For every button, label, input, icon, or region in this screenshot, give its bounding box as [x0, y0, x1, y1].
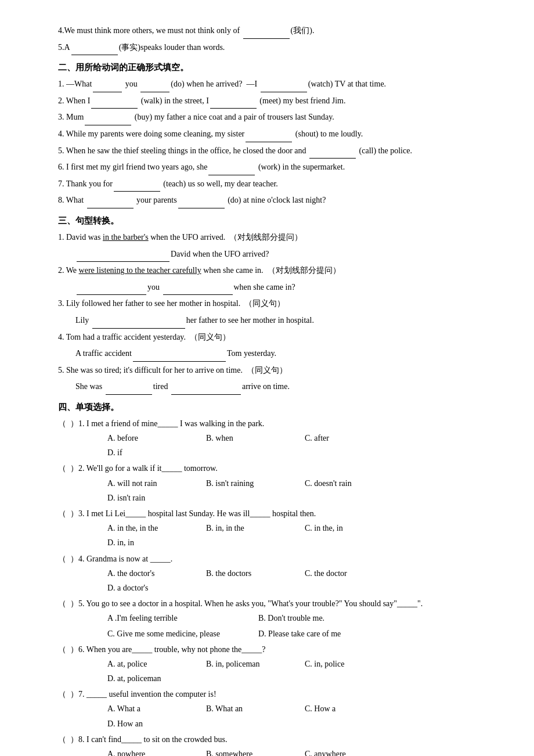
s3-q1b: David when the UFO arrived?: [75, 247, 488, 262]
s4-q6: （ ） 6. When you are_____ trouble, why no…: [58, 642, 488, 687]
blank-q5: [71, 55, 118, 55]
s4-q1: （ ） 1. I met a friend of mine_____ I was…: [58, 416, 488, 461]
s4-q7-text: 7. _____ useful invention the computer i…: [78, 690, 217, 699]
s4-q7-choices: A. What a B. What an C. How a D. How an: [107, 701, 488, 730]
s4-q8: （ ） 8. I can't find_____ to sit on the c…: [58, 732, 488, 756]
s4-q6-choices: A. at, police B. in, policeman C. in, po…: [107, 657, 488, 686]
s4-q2-text: 2. We'll go for a walk if it_____ tomorr…: [78, 464, 218, 473]
blank-q4: [243, 38, 290, 39]
s4-q4-text: 4. Grandma is now at _____.: [78, 555, 172, 563]
s2-q1: 1. —What you (do) when he arrived? —I (w…: [58, 77, 488, 92]
s2-q5: 5. When he saw the thief steeling things…: [58, 143, 488, 159]
s4-q4-choices: A. the doctor's B. the doctors C. the do…: [107, 566, 488, 595]
intro-q5: 5.A(事实)speaks louder than words.: [58, 40, 488, 56]
s3-q5a: 5. She was so tired; it's difficult for …: [58, 363, 488, 379]
s4-q1-choices: A. before B. when C. after D. if: [107, 431, 488, 460]
s4-q2: （ ） 2. We'll go for a walk if it_____ to…: [58, 461, 488, 506]
section2-title: 二、用所给动词的正确形式填空。: [58, 60, 488, 75]
s3-q1a: 1. David was in the barber's when the UF…: [58, 230, 488, 246]
s3-q2a: 2. We were listening to the teacher care…: [58, 263, 488, 279]
s4-q4: （ ） 4. Grandma is now at _____. A. the d…: [58, 552, 488, 596]
s2-q3: 3. Mum (buy) my father a nice coat and a…: [58, 110, 488, 125]
s2-q6: 6. I first met my girl friend two years …: [58, 160, 488, 175]
s3-q3a: 3. Lily followed her father to see her m…: [58, 296, 488, 312]
s4-q8-choices: A. nowhere B. somewhere C. anywhere D. e…: [107, 747, 488, 756]
s4-q7: （ ） 7. _____ useful invention the comput…: [58, 687, 488, 732]
intro-q4: 4.We must think more others, we must not…: [58, 23, 488, 39]
s2-q8: 8. What your parents (do) at nine o'cloc…: [58, 193, 488, 208]
s3-q4b: A traffic accidentTom yesterday.: [75, 346, 488, 362]
s4-q2-choices: A. will not rain B. isn't raining C. doe…: [107, 476, 488, 505]
document-content: 4.We must think more others, we must not…: [58, 23, 488, 756]
s4-q3: （ ） 3. I met Li Lei_____ hospital last S…: [58, 506, 488, 551]
s4-q5: （ ） 5. You go to see a doctor in a hospi…: [58, 596, 488, 642]
section4-title: 四、单项选择。: [58, 399, 488, 415]
s4-q3-choices: A. in the, in the B. in, in the C. in th…: [107, 521, 488, 550]
s3-q3b: Lily her father to see her mother in hos…: [75, 313, 488, 329]
s4-q8-text: 8. I can't find_____ to sit on the crowd…: [78, 735, 227, 744]
section3-title: 三、句型转换。: [58, 213, 488, 229]
s2-q7: 7. Thank you for (teach) us so well, my …: [58, 177, 488, 192]
s3-q2b: you when she came in?: [75, 280, 488, 296]
s4-q5-text: 5. You go to see a doctor in a hospital.…: [78, 599, 423, 608]
s4-q5-choices2: C. Give me some medicine, please D. Plea…: [107, 627, 488, 641]
s4-q3-text: 3. I met Li Lei_____ hospital last Sunda…: [78, 509, 316, 518]
s4-q6-text: 6. When you are_____ trouble, why not ph…: [78, 645, 265, 654]
s4-q1-text: 1. I met a friend of mine_____ I was wal…: [78, 419, 264, 428]
s2-q2: 2. When I (walk) in the street, I (meet)…: [58, 93, 488, 109]
s3-q5b: She was tired arrive on time.: [75, 379, 488, 395]
s3-q4a: 4. Tom had a traffic accident yesterday.…: [58, 330, 488, 345]
s4-q5-choices: A .I'm feeling terrible B. Don't trouble…: [107, 611, 488, 625]
s2-q4: 4. While my parents were doing some clea…: [58, 127, 488, 142]
